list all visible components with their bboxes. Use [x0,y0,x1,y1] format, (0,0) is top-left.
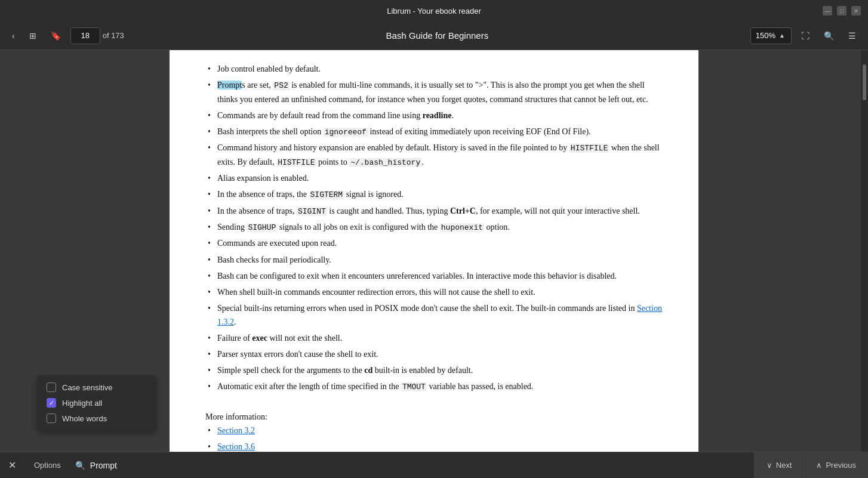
content-text: Job control enabled by default. Prompts … [205,62,663,452]
list-item: When shell built-in commands encounter r… [205,285,663,299]
section-3-6-link[interactable]: Section 3.6 [217,442,255,451]
back-button[interactable]: ‹ [7,27,20,44]
page-number-input[interactable] [70,27,100,44]
panel-toggle-button[interactable]: ⊞ [24,27,41,44]
prev-label: Previous [826,461,856,470]
list-item: Bash interprets the shell option ignoree… [205,125,663,138]
whole-words-label: Whole words [62,414,107,423]
list-item: Command history and history expansion ar… [205,141,663,169]
scrollbar-thumb[interactable] [863,64,866,100]
options-label: Options [34,461,61,470]
zoom-level: 150% [756,31,775,40]
app-title: Librum - Your ebook reader [387,7,481,16]
list-item: Section 3.6 [205,440,663,452]
previous-button[interactable]: ∧ Previous [804,452,868,479]
minimize-button[interactable]: — [823,6,832,16]
highlight-all-label: Highlight all [62,399,102,408]
case-sensitive-label: Case sensitive [62,383,113,392]
list-item: Commands are executed upon read. [205,236,663,250]
search-button[interactable]: 🔍 [819,27,839,44]
highlight-prompts: Prompt [217,81,242,90]
next-arrow-icon: ∨ [767,461,772,470]
search-options-popup: Case sensitive Highlight all Whole words [37,375,156,430]
case-sensitive-checkbox[interactable] [47,383,56,392]
list-item: Section 3.2 [205,424,663,437]
page-navigation: of 173 [70,27,124,44]
next-label: Next [776,461,792,470]
close-search-button[interactable]: ✕ [0,452,24,479]
search-input[interactable] [90,461,749,470]
list-item: Alias expansion is enabled. [205,171,663,185]
list-item: Simple spell check for the arguments to … [205,363,663,377]
whole-words-option[interactable]: Whole words [47,414,147,423]
title-bar: Librum - Your ebook reader — □ ✕ [0,0,868,21]
options-button[interactable]: Options [24,452,70,479]
book-page: Job control enabled by default. Prompts … [170,50,698,452]
fullscreen-button[interactable]: ⛶ [796,27,814,44]
list-item: In the absence of traps, the SIGTERM sig… [205,187,663,201]
toolbar-center: Bash Guide for Beginners [129,30,746,41]
page-total: of 173 [103,31,124,40]
scrollbar[interactable] [861,50,868,452]
list-item: Bash checks for mail periodically. [205,253,663,267]
more-info-label: More information: [205,410,663,424]
search-input-wrap: 🔍 [70,461,754,470]
next-button[interactable]: ∨ Next [754,452,804,479]
list-item: Job control enabled by default. [205,62,663,76]
bookmark-button[interactable]: 🔖 [46,27,66,44]
search-icon: 🔍 [75,461,85,470]
list-item: Automatic exit after the length of time … [205,380,663,393]
book-title: Bash Guide for Beginners [386,30,488,41]
list-item: In the absence of traps, SIGINT is caugh… [205,204,663,218]
list-item: Parser syntax errors don't cause the she… [205,347,663,361]
window-controls: — □ ✕ [823,0,861,21]
section-3-2-link[interactable]: Section 3.2 [217,426,255,435]
highlight-all-option[interactable]: Highlight all [47,398,147,408]
bottom-search-bar: ✕ Options 🔍 ∨ Next ∧ Previous [0,452,868,478]
section-1-3-2-link[interactable]: Section 1.3.2 [217,304,662,326]
prev-arrow-icon: ∧ [816,461,822,470]
zoom-control: 150% ▲ [750,27,792,44]
maximize-button[interactable]: □ [837,6,847,16]
list-item: Bash can be configured to exit when it e… [205,269,663,283]
close-button[interactable]: ✕ [851,6,861,16]
list-item: Prompts are set, PS2 is enabled for mult… [205,78,663,106]
toolbar-right: 150% ▲ ⛶ 🔍 ☰ [750,27,861,44]
toolbar: ‹ ⊞ 🔖 of 173 Bash Guide for Beginners 15… [0,21,868,50]
highlight-all-checkbox[interactable] [47,398,56,408]
list-item: Failure of exec will not exit the shell. [205,331,663,345]
list-item: Commands are by default read from the co… [205,109,663,122]
zoom-up-button[interactable]: ▲ [778,32,786,39]
case-sensitive-option[interactable]: Case sensitive [47,383,147,392]
list-item: Sending SIGHUP signals to all jobs on ex… [205,220,663,234]
whole-words-checkbox[interactable] [47,414,56,423]
menu-button[interactable]: ☰ [844,27,861,44]
list-item: Special built-ins returning errors when … [205,301,663,329]
